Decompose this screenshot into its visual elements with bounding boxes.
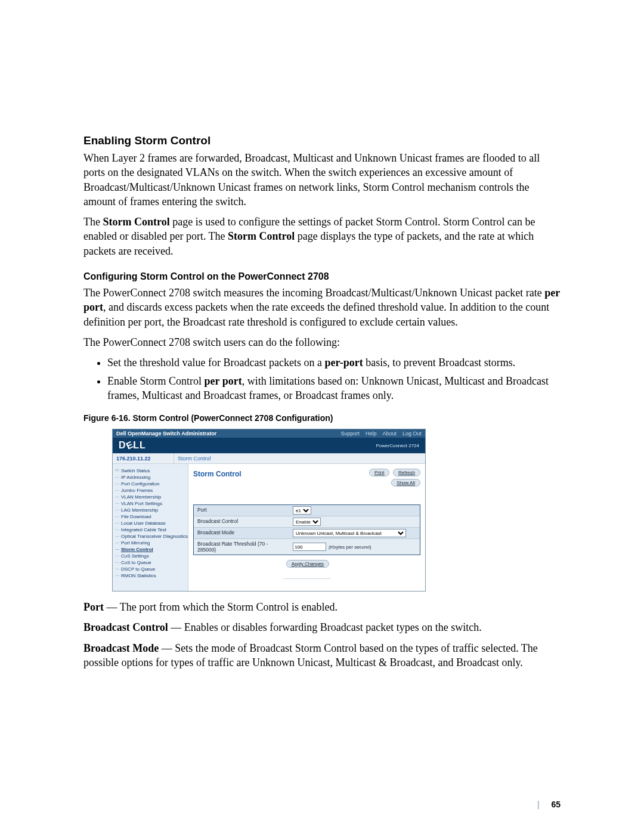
term: Broadcast Control: [83, 621, 168, 633]
sidebar-item-switch-status[interactable]: Switch Status: [115, 467, 187, 474]
support-link[interactable]: Support: [340, 431, 360, 436]
product-label: PowerConnect 2724: [376, 443, 420, 448]
sidebar-item-port-configuration[interactable]: Port Configuration: [115, 481, 187, 487]
action-buttons-top: Print Refresh Show All: [367, 469, 420, 487]
sidebar-item-local-user-database[interactable]: Local User Database: [115, 520, 187, 527]
bold-text: per-port: [324, 357, 363, 368]
help-link[interactable]: Help: [366, 431, 377, 436]
paragraph-4: The PowerConnect 2708 switch users can d…: [83, 335, 561, 349]
threshold-unit: (Kbytes per second): [329, 544, 371, 550]
text: The PowerConnect 2708 switch measures th…: [83, 287, 544, 299]
row-label-threshold: Broadcast Rate Threshold (70 - 285000): [194, 539, 290, 555]
content-pane: Storm Control Print Refresh Show All Por…: [188, 464, 425, 591]
figure-caption: Figure 6-16. Storm Control (PowerConnect…: [83, 413, 561, 423]
figure: Dell OpenManage Switch Administrator Sup…: [112, 429, 561, 592]
paragraph-2: The Storm Control page is used to config…: [83, 215, 561, 258]
divider: [283, 578, 331, 579]
definitions-block: Port — The port from which the Storm Con…: [83, 600, 561, 670]
page-number-divider-icon: |: [537, 800, 540, 809]
sidebar-item-file-download[interactable]: File Download: [115, 513, 187, 520]
settings-table: Port e1 Broadcast Control Enable: [193, 504, 420, 555]
sidebar-item-vlan-membership[interactable]: VLAN Membership: [115, 494, 187, 500]
broadcast-control-select[interactable]: Enable: [293, 518, 321, 526]
bold-text: Storm Control: [228, 230, 295, 242]
subsection-heading: Configuring Storm Control on the PowerCo…: [83, 271, 561, 282]
paragraph-1: When Layer 2 frames are forwarded, Broad…: [83, 151, 561, 209]
document-page: Enabling Storm Control When Layer 2 fram…: [0, 0, 644, 833]
bold-text: Storm Control: [103, 216, 169, 228]
screenshot-frame: Dell OpenManage Switch Administrator Sup…: [112, 429, 426, 592]
threshold-input[interactable]: [293, 543, 326, 551]
text: , and discards excess packets when the r…: [83, 301, 549, 327]
paragraph-3: The PowerConnect 2708 switch measures th…: [83, 286, 561, 329]
text: Enable Storm Control: [107, 375, 204, 387]
definition-text: — Enables or disables forwarding Broadca…: [168, 621, 482, 633]
row-label-broadcast-mode: Broadcast Mode: [194, 528, 290, 538]
app-titlebar: Dell OpenManage Switch Administrator Sup…: [113, 429, 425, 438]
sidebar-item-cos-to-queue[interactable]: CoS to Queue: [115, 559, 187, 566]
table-row: Broadcast Rate Threshold (70 - 285000) (…: [194, 539, 420, 555]
bold-text: per port: [204, 375, 242, 387]
section-heading: Enabling Storm Control: [83, 134, 561, 147]
list-item: Enable Storm Control per port, with limi…: [107, 374, 561, 403]
breadcrumb: 176.210.11.22 Storm Control: [113, 453, 425, 464]
page-number-value: 65: [551, 800, 561, 809]
definition-broadcast-mode: Broadcast Mode — Sets the mode of Broadc…: [83, 641, 561, 670]
logout-link[interactable]: Log Out: [402, 431, 422, 436]
about-link[interactable]: About: [382, 431, 397, 436]
show-all-button[interactable]: Show All: [391, 479, 420, 487]
sidebar-item-storm-control[interactable]: Storm Control: [115, 546, 187, 553]
apply-changes-button[interactable]: Apply Changes: [286, 560, 329, 568]
screenshot-body: Switch StatusIP AddressingPort Configura…: [113, 464, 425, 591]
nav-tree: Switch StatusIP AddressingPort Configura…: [113, 464, 188, 591]
sidebar-item-lag-membership[interactable]: LAG Membership: [115, 507, 187, 513]
dell-logo: DELL: [119, 440, 146, 451]
term: Broadcast Mode: [83, 642, 159, 654]
sidebar-item-dscp-to-queue[interactable]: DSCP to Queue: [115, 566, 187, 572]
print-button[interactable]: Print: [369, 469, 389, 476]
app-title: Dell OpenManage Switch Administrator: [116, 431, 335, 436]
breadcrumb-location: Storm Control: [174, 454, 215, 463]
table-row: Broadcast Mode Unknown Unicast, Multicas…: [194, 528, 420, 539]
port-select[interactable]: e1: [293, 506, 311, 515]
page-number: | 65: [537, 800, 561, 809]
table-row: Port e1: [194, 505, 420, 516]
row-label-port: Port: [194, 505, 290, 516]
ip-address[interactable]: 176.210.11.22: [113, 454, 174, 463]
definition-broadcast-control: Broadcast Control — Enables or disables …: [83, 620, 561, 634]
list-item: Set the threshold value for Broadcast pa…: [107, 355, 561, 370]
sidebar-item-ip-addressing[interactable]: IP Addressing: [115, 474, 187, 481]
definition-text: — The port from which the Storm Control …: [104, 601, 338, 613]
sidebar-item-port-mirroring[interactable]: Port Mirroring: [115, 540, 187, 546]
refresh-button[interactable]: Refresh: [393, 469, 420, 476]
sidebar-item-vlan-port-settings[interactable]: VLAN Port Settings: [115, 500, 187, 507]
text: Set the threshold value for Broadcast pa…: [107, 357, 324, 368]
text: The: [83, 216, 103, 228]
table-row: Broadcast Control Enable: [194, 516, 420, 528]
sidebar-item-jumbo-frames[interactable]: Jumbo Frames: [115, 487, 187, 494]
brand-bar: DELL PowerConnect 2724: [113, 438, 425, 453]
term: Port: [83, 601, 104, 613]
row-label-broadcast-control: Broadcast Control: [194, 516, 290, 527]
broadcast-mode-select[interactable]: Unknown Unicast, Multicast & Broadcast: [293, 529, 406, 537]
sidebar-item-cos-settings[interactable]: CoS Settings: [115, 553, 187, 559]
definition-port: Port — The port from which the Storm Con…: [83, 600, 561, 614]
sidebar-item-rmon-statistics[interactable]: RMON Statistics: [115, 572, 187, 579]
sidebar-item-integrated-cable-test[interactable]: Integrated Cable Test: [115, 527, 187, 533]
text: basis, to prevent Broadcast storms.: [363, 357, 515, 368]
bullet-list: Set the threshold value for Broadcast pa…: [83, 355, 561, 402]
sidebar-item-optical-transceiver-diagnostics[interactable]: Optical Transceiver Diagnostics: [115, 533, 187, 540]
